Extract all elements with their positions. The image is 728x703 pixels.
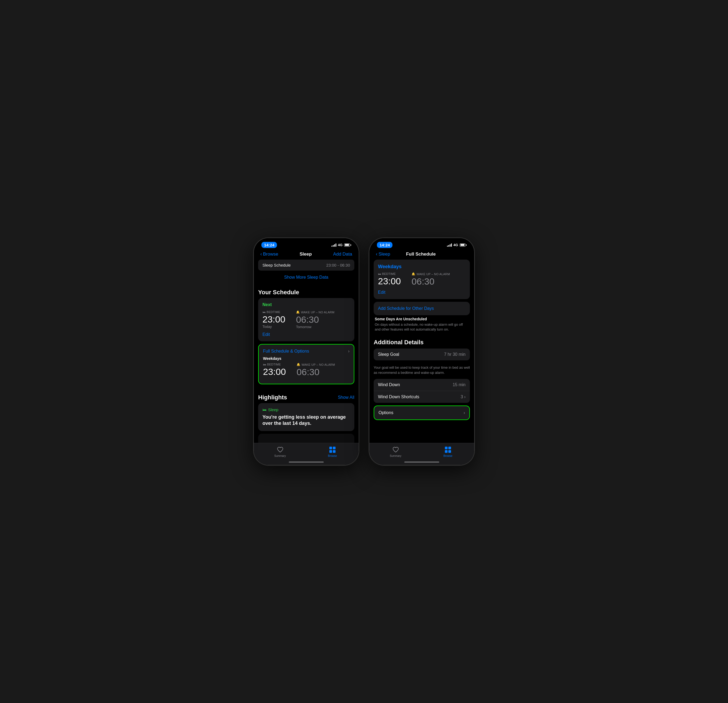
p2-bedtime-time: 23:00 <box>378 276 401 286</box>
next-label: Next <box>263 302 350 307</box>
sleep-goal-row: Sleep Goal 7 hr 30 min <box>374 349 470 360</box>
details-card: Sleep Goal 7 hr 30 min <box>374 349 470 360</box>
your-schedule-header: Your Schedule <box>254 284 359 298</box>
sleep-schedule-label: Sleep Schedule <box>263 263 291 268</box>
nav-back-2[interactable]: ‹ Sleep <box>376 251 390 257</box>
status-time-1: 14:24 <box>261 242 277 248</box>
screen-content-1: Sleep Schedule 23:00 - 06:30 Show More S… <box>254 260 359 461</box>
phones-container: 14:24 4G <box>254 238 474 465</box>
tab-summary-label-1: Summary <box>274 454 286 457</box>
browse-icon-2 <box>444 446 452 453</box>
full-schedule-bedtime-label: 🛏 BEDTIME <box>263 363 286 366</box>
highlights-section-row: Highlights Show All <box>254 389 359 403</box>
phone-2: 14:24 4G <box>369 238 474 465</box>
full-schedule-bedtime-time: 23:00 <box>263 367 286 377</box>
options-label: Options <box>378 410 393 415</box>
chevron-right-options: › <box>464 410 465 415</box>
chevron-left-icon-1: ‹ <box>260 251 262 257</box>
status-time-2: 14:24 <box>377 242 393 248</box>
home-indicator-1 <box>289 461 324 463</box>
wind-down-shortcuts-label: Wind Down Shortcuts <box>378 395 419 399</box>
heart-icon-2 <box>392 446 399 453</box>
highlights-card: 🛏 Sleep You're getting less sleep on ave… <box>258 403 354 431</box>
heart-icon-1 <box>276 446 284 453</box>
next-wake-sub: Tomorrow <box>296 325 334 329</box>
browse-icon-1 <box>329 446 337 453</box>
nav-bar-1: ‹ Browse Sleep Add Data <box>254 250 359 260</box>
sleep-goal-value: 7 hr 30 min <box>444 352 465 357</box>
phone-1-screen: 14:24 4G <box>254 238 359 465</box>
nav-bar-2: ‹ Sleep Full Schedule <box>369 250 474 260</box>
wind-down-row: Wind Down 15 min <box>374 379 470 391</box>
wind-down-label: Wind Down <box>378 382 400 387</box>
wind-down-shortcuts-row[interactable]: Wind Down Shortcuts 3 › <box>374 391 470 403</box>
p2-edit-btn[interactable]: Edit <box>378 290 465 295</box>
alarm-icon-p2: 🔔 <box>412 272 415 276</box>
nav-title-2: Full Schedule <box>406 252 436 257</box>
tab-browse-label-1: Browse <box>328 454 337 457</box>
chevron-right-shortcuts: › <box>464 395 465 399</box>
nav-action-1[interactable]: Add Data <box>333 252 352 257</box>
tab-browse-2[interactable]: Browse <box>422 446 474 457</box>
p2-bedtime-label: 🛏 BEDTIME <box>378 272 401 275</box>
show-all-btn[interactable]: Show All <box>338 395 354 400</box>
full-schedule-wake-time: 06:30 <box>296 367 335 377</box>
notch-2 <box>400 238 443 246</box>
highlight-text: You're getting less sleep on average ove… <box>263 414 350 427</box>
signal-label-2: 4G <box>454 243 458 247</box>
next-edit-btn[interactable]: Edit <box>263 332 350 337</box>
next-bedtime-row: 🛏 BEDTIME 23:00 Today 🔔 WAKE UP – NO ALA… <box>263 310 350 329</box>
status-icons-1: 4G <box>331 243 351 247</box>
full-schedule-bedtime-col: 🛏 BEDTIME 23:00 <box>263 363 286 377</box>
weekdays-card: Weekdays 🛏 BEDTIME 23:00 🔔 <box>374 260 470 299</box>
chevron-right-icon-full: › <box>348 349 350 354</box>
p2-bedtime-col: 🛏 BEDTIME 23:00 <box>378 272 401 287</box>
goal-desc: Your goal will be used to keep track of … <box>369 363 474 379</box>
tab-summary-2[interactable]: Summary <box>369 446 422 457</box>
p2-wake-label: 🔔 WAKE UP – NO ALARM <box>412 272 450 276</box>
nav-back-1[interactable]: ‹ Browse <box>260 251 278 257</box>
full-schedule-subtitle: Weekdays <box>263 356 350 361</box>
screen-content-2: Weekdays 🛏 BEDTIME 23:00 🔔 <box>369 260 474 461</box>
signal-bars-1 <box>331 243 337 247</box>
tab-browse-1[interactable]: Browse <box>306 446 359 457</box>
full-schedule-wake-label: 🔔 WAKE UP – NO ALARM <box>296 363 335 366</box>
next-schedule-card: Next 🛏 BEDTIME 23:00 Today � <box>258 298 354 341</box>
signal-label-1: 4G <box>338 243 342 247</box>
add-schedule-btn[interactable]: Add Schedule for Other Days <box>374 302 470 315</box>
unscheduled-title: Some Days Are Unscheduled <box>375 317 469 321</box>
sleep-schedule-time: 23:00 - 06:30 <box>326 263 350 268</box>
show-more-sleep-btn[interactable]: Show More Sleep Data <box>254 271 359 284</box>
tab-summary-label-2: Summary <box>390 454 402 457</box>
unscheduled-note: Some Days Are Unscheduled On days withou… <box>374 317 470 332</box>
signal-bars-2 <box>447 243 452 247</box>
next-bedtime-sub: Today <box>263 325 285 329</box>
tab-browse-label-2: Browse <box>443 454 452 457</box>
sleep-icon: 🛏 <box>263 407 266 412</box>
sleep-schedule-bar: Sleep Schedule 23:00 - 06:30 <box>258 260 354 270</box>
nav-title-1: Sleep <box>299 252 312 257</box>
bed-icon-1: 🛏 <box>263 310 266 314</box>
p2-wake-time: 06:30 <box>412 276 450 287</box>
highlights-header: Highlights <box>258 394 287 401</box>
tab-summary-1[interactable]: Summary <box>254 446 306 457</box>
highlight-label: 🛏 Sleep <box>263 407 350 412</box>
phone-1: 14:24 4G <box>254 238 359 465</box>
notch-1 <box>285 238 328 246</box>
next-wake-time: 06:30 <box>296 314 334 325</box>
options-card[interactable]: Options › <box>374 405 470 420</box>
battery-1 <box>344 243 351 247</box>
status-icons-2: 4G <box>447 243 467 247</box>
phone-2-screen: 14:24 4G <box>369 238 474 465</box>
next-wake-col: 🔔 WAKE UP – NO ALARM 06:30 Tomorrow <box>296 310 334 329</box>
sleep-goal-label: Sleep Goal <box>378 352 399 357</box>
bed-icon-p2: 🛏 <box>378 272 381 275</box>
weekdays-label: Weekdays <box>378 264 465 272</box>
next-bedtime-label: 🛏 BEDTIME <box>263 310 285 314</box>
full-schedule-card[interactable]: Full Schedule & Options › Weekdays 🛏 BED… <box>258 344 354 384</box>
unscheduled-desc: On days without a schedule, no wake-up a… <box>375 322 469 332</box>
p2-bedtime-row: 🛏 BEDTIME 23:00 🔔 WAKE UP – NO ALARM 06:… <box>378 272 465 287</box>
full-schedule-wake-col: 🔔 WAKE UP – NO ALARM 06:30 <box>296 363 335 377</box>
wind-down-shortcuts-value: 3 › <box>461 395 465 399</box>
wind-down-card: Wind Down 15 min Wind Down Shortcuts 3 › <box>374 379 470 403</box>
